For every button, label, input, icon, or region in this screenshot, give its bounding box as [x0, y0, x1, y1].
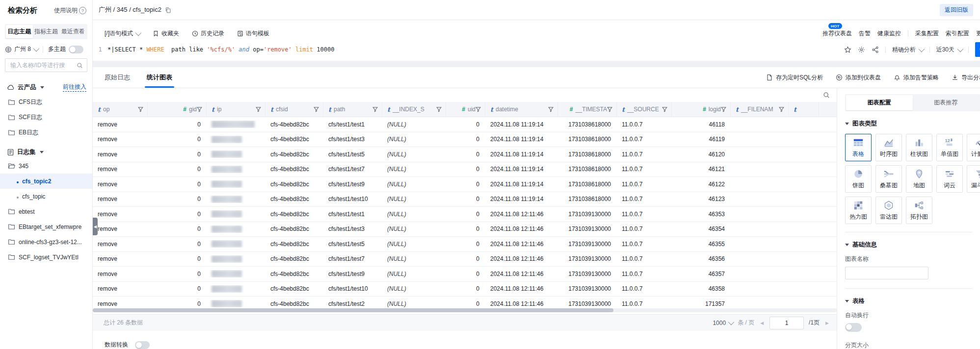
column-header-__FILENAM[interactable]: t__FILENAM: [731, 102, 789, 117]
search-icon[interactable]: [77, 62, 83, 69]
filter-icon[interactable]: [721, 107, 726, 112]
chart-type-pie[interactable]: 饼图: [845, 165, 872, 193]
sidebar-item-SCF_logset_TVJwYEtI[interactable]: SCF_logset_TVJwYEtI: [0, 249, 92, 265]
filter-icon[interactable]: [548, 107, 554, 112]
auto-wrap-toggle[interactable]: [845, 323, 862, 332]
chart-type-timeseries[interactable]: 时序图: [875, 134, 902, 161]
horizontal-scrollbar[interactable]: [93, 308, 837, 312]
link-推荐仪表盘[interactable]: 推荐仪表盘HOT: [822, 29, 852, 38]
column-header-stub[interactable]: t: [789, 102, 819, 117]
go-access-link[interactable]: 前往接入: [63, 83, 86, 92]
template-button[interactable]: 语句模板: [237, 29, 269, 38]
table-row[interactable]: remove0cfs-4bebd82bccfs/test1/test7(NULL…: [93, 162, 837, 177]
tab-raw-logs[interactable]: 原始日志: [105, 67, 130, 88]
tab-chart-recommend[interactable]: 图表推荐: [913, 95, 980, 110]
sidebar-item-online-cfs3-gz3-set-12...[interactable]: online-cfs3-gz3-set-12...: [0, 234, 92, 249]
basic-info-section-header[interactable]: 基础信息: [845, 241, 980, 249]
tab-metric-topic[interactable]: 指标主题: [33, 25, 60, 38]
copy-icon[interactable]: [165, 7, 171, 13]
current-page-input[interactable]: 1: [769, 317, 804, 329]
save-scheduled-sql-button[interactable]: 存为定时SQL分析: [766, 74, 823, 82]
sidebar-item-ebtest[interactable]: ebtest: [0, 204, 92, 219]
logset-header[interactable]: 日志集: [0, 148, 92, 156]
sidebar-collapse-handle[interactable]: ◀: [93, 218, 98, 235]
filter-icon[interactable]: [372, 107, 378, 112]
link-健康监控[interactable]: 健康监控: [877, 29, 901, 38]
chart-name-input[interactable]: [845, 267, 928, 279]
link-索引配置[interactable]: 索引配置: [946, 29, 969, 38]
table-search-icon[interactable]: [823, 92, 830, 99]
page-size-dropdown[interactable]: 1000: [713, 320, 733, 326]
table-row[interactable]: remove0cfs-4bebd82bccfs/test1/test10(NUL…: [93, 192, 837, 207]
sidebar-search-input[interactable]: [9, 61, 74, 69]
column-header-__SOURCE[interactable]: t__SOURCE: [617, 102, 672, 117]
table-row[interactable]: remove0cfs-4bebd82bccfs/test1/test5(NULL…: [93, 237, 837, 252]
link-采集配置[interactable]: 采集配置: [915, 29, 939, 38]
sidebar-item-CFS日志[interactable]: CFS日志: [0, 95, 92, 110]
column-header-gid[interactable]: #gid: [148, 102, 207, 117]
sql-query-input[interactable]: *|SELECT * WHERE path like '%cfs/%' and …: [107, 46, 839, 53]
chart-type-wordcloud[interactable]: 词云: [936, 165, 963, 193]
column-header-logid[interactable]: #logid: [672, 102, 731, 117]
column-header-__TIMESTA[interactable]: #__TIMESTA: [558, 102, 617, 117]
add-to-dashboard-button[interactable]: 添加到仪表盘: [836, 74, 881, 82]
column-header-op[interactable]: top: [93, 102, 148, 117]
column-header-datetime[interactable]: tdatetime: [485, 102, 558, 117]
chart-type-bar[interactable]: 柱状图: [906, 134, 932, 161]
help-link[interactable]: 使用说明 ?: [54, 6, 86, 15]
chart-type-table[interactable]: 表格: [845, 134, 872, 161]
chart-type-sankey[interactable]: 桑基图: [875, 165, 902, 193]
tab-recent-view[interactable]: 最近查看: [59, 25, 86, 38]
gear-icon[interactable]: [858, 46, 865, 53]
filter-icon[interactable]: [476, 107, 481, 112]
column-header-__INDEX_S[interactable]: t__INDEX_S: [382, 102, 446, 117]
export-analysis-button[interactable]: 导出分析数据: [952, 74, 980, 82]
table-row[interactable]: remove0cfs-4bebd82bccfs/test1/test1(NULL…: [93, 207, 837, 222]
filter-icon[interactable]: [662, 107, 667, 112]
chart-type-heatmap[interactable]: 热力图: [845, 197, 872, 224]
sidebar-item-SCF日志[interactable]: SCF日志: [0, 110, 92, 125]
filter-icon[interactable]: [256, 107, 261, 112]
chart-type-topology[interactable]: 拓扑图: [906, 197, 932, 224]
scrollbar-thumb[interactable]: [93, 308, 613, 312]
star-icon[interactable]: [844, 46, 851, 53]
region-selector[interactable]: 广州 8: [5, 45, 38, 53]
table-row[interactable]: remove0cfs-4bebd82bccfs/test1/test5(NULL…: [93, 147, 837, 162]
favorites-button[interactable]: 收藏夹: [153, 29, 179, 38]
table-row[interactable]: remove0cfs-4bebd82bccfs/test1/test9(NULL…: [93, 267, 837, 282]
sidebar-item-cfs_topic[interactable]: cfs_topic: [0, 189, 92, 204]
column-header-cfsid[interactable]: tcfsid: [265, 102, 323, 117]
chart-type-map[interactable]: 地图: [906, 165, 932, 193]
data-transform-toggle[interactable]: [135, 341, 150, 349]
multi-topic-toggle[interactable]: [69, 46, 83, 53]
table-row[interactable]: remove0cfs-4bebd82bccfs/test1/test1(NULL…: [93, 117, 837, 132]
table-row[interactable]: remove0cfs-4bebd82bccfs/test1/test10(NUL…: [93, 282, 837, 297]
chart-type-single-value[interactable]: 123单值图: [936, 134, 963, 161]
sidebar-item-345[interactable]: 345: [0, 158, 92, 174]
add-alarm-policy-button[interactable]: 添加告警策略: [894, 74, 939, 82]
prev-page-button[interactable]: ◀: [759, 321, 765, 325]
chart-type-radar[interactable]: 雷达图: [875, 197, 902, 224]
link-告警[interactable]: 告警: [859, 29, 871, 38]
statement-mode-dropdown[interactable]: [/]语句模式: [105, 29, 140, 38]
table-row[interactable]: remove0cfs-4bebd82bccfs/test1/test3(NULL…: [93, 222, 837, 237]
chart-type-gauge[interactable]: 计量图: [967, 134, 980, 161]
history-button[interactable]: 历史记录: [192, 29, 224, 38]
filter-icon[interactable]: [436, 107, 442, 112]
tab-chart-config[interactable]: 图表配置: [846, 95, 913, 110]
sidebar-item-cfs_topic2[interactable]: cfs_topic2: [0, 174, 92, 189]
sidebar-item-EB日志[interactable]: EB日志: [0, 125, 92, 140]
table-row[interactable]: remove0cfs-4bebd82bccfs/test1/test9(NULL…: [93, 177, 837, 192]
column-header-uid[interactable]: #uid: [446, 102, 485, 117]
tab-statistics-chart[interactable]: 统计图表: [147, 67, 172, 88]
filter-icon[interactable]: [779, 107, 784, 112]
chart-type-funnel[interactable]: 漏斗图: [967, 165, 980, 193]
time-range-dropdown[interactable]: 近30天: [936, 46, 962, 54]
filter-icon[interactable]: [607, 107, 612, 112]
next-page-button[interactable]: ▶: [824, 321, 830, 325]
column-header-path[interactable]: tpath: [323, 102, 382, 117]
sidebar-item-EBtarget_set_xfemwpre[interactable]: EBtarget_set_xfemwpre: [0, 219, 92, 234]
run-query-button[interactable]: [975, 42, 980, 57]
back-to-old-link[interactable]: 返回旧版: [940, 4, 973, 16]
table-row[interactable]: remove0cfs-4bebd82bccfs/test1/test7(NULL…: [93, 252, 837, 267]
